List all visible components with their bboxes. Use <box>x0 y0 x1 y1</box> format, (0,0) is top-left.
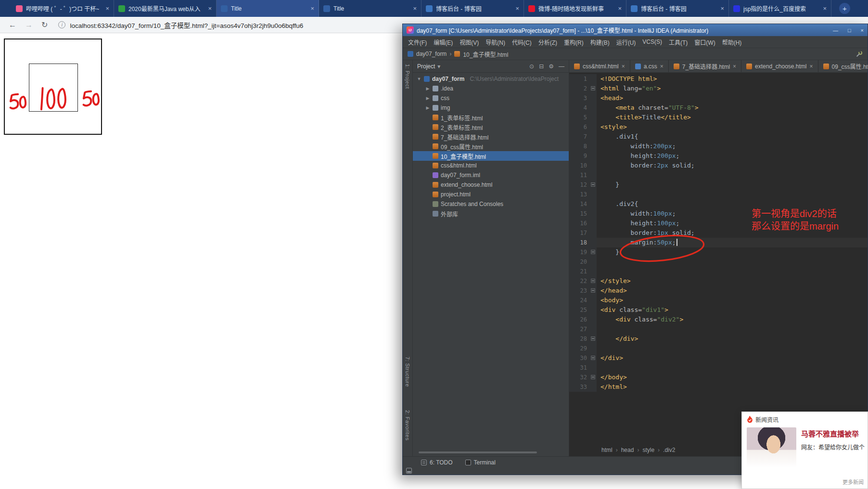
tree-item[interactable]: 2_表单标签.html <box>413 122 569 132</box>
new-tab-button[interactable]: + <box>839 3 850 14</box>
horizontal-scrollbar[interactable] <box>419 451 537 453</box>
code-line[interactable]: 7 .div1{ <box>569 132 868 142</box>
idea-title-bar[interactable]: IJ day07_form [C:\Users\Administrator\Id… <box>403 24 868 36</box>
tab-close-icon[interactable]: × <box>208 5 212 12</box>
code-line[interactable]: 32</body> <box>569 373 868 382</box>
fold-icon[interactable] <box>591 279 595 283</box>
code-line[interactable]: 22</style> <box>569 276 868 286</box>
menu-item[interactable]: 窗口(W) <box>691 38 718 46</box>
menu-item[interactable]: 视图(V) <box>456 38 482 46</box>
code-line[interactable]: 6<style> <box>569 122 868 132</box>
fold-icon[interactable] <box>591 336 595 341</box>
code-line[interactable]: 5 <title>Title</title> <box>569 113 868 122</box>
browser-tab[interactable]: 博客后台 - 博客园× <box>626 0 729 17</box>
code-line[interactable]: 9 height:200px; <box>569 151 868 161</box>
menu-item[interactable]: 导航(N) <box>482 38 509 46</box>
tree-item[interactable]: ▶css <box>413 93 569 103</box>
code-line[interactable]: 2<html lang="en"> <box>569 84 868 93</box>
code-line[interactable]: 30</div> <box>569 353 868 363</box>
menu-item[interactable]: 运行(U) <box>613 38 639 46</box>
browser-tab[interactable]: 哔哩哔哩 ( ゜- ゜)つロ 干杯~× <box>12 0 114 17</box>
code-line[interactable]: 27 <box>569 324 868 334</box>
news-thumbnail[interactable] <box>747 427 796 468</box>
stripe-structure-button[interactable]: 7: Structure <box>405 357 410 387</box>
tab-close-icon[interactable]: × <box>660 63 664 70</box>
code-line[interactable]: 1<!DOCTYPE html> <box>569 74 868 84</box>
tree-item[interactable]: Scratches and Consoles <box>413 199 569 209</box>
tree-item[interactable]: css&html.html <box>413 161 569 170</box>
dropdown-caret-icon[interactable]: ▾ <box>437 63 440 70</box>
editor-tab[interactable]: css&html.html× <box>569 60 630 72</box>
fold-icon[interactable] <box>591 86 595 90</box>
code-line[interactable]: 11 <box>569 170 868 180</box>
menu-item[interactable]: 分析(Z) <box>535 38 561 46</box>
browser-tab[interactable]: 博客后台 - 博客园× <box>421 0 524 17</box>
tab-close-icon[interactable]: × <box>733 63 736 70</box>
tab-close-icon[interactable]: × <box>810 63 813 70</box>
collapse-all-icon[interactable]: ⊟ <box>539 63 544 70</box>
code-line[interactable]: 20 <box>569 257 868 267</box>
hide-panel-icon[interactable]: — <box>559 63 564 70</box>
refresh-button[interactable]: ↻ <box>41 20 48 29</box>
toolwindow-toggle-icon[interactable] <box>406 468 412 474</box>
tab-close-icon[interactable]: × <box>618 5 622 12</box>
breadcrumb-project[interactable]: day07_form <box>416 51 447 57</box>
fold-icon[interactable] <box>591 288 595 293</box>
code-line[interactable]: 25<div class="div1"> <box>569 305 868 315</box>
editor-tab[interactable]: a.css× <box>630 60 669 72</box>
fold-icon[interactable] <box>591 356 595 360</box>
menu-item[interactable]: VCS(S) <box>639 39 665 45</box>
menu-item[interactable]: 文件(F) <box>405 38 430 46</box>
code-line[interactable]: 4 <meta charset="UTF-8"> <box>569 103 868 113</box>
breadcrumb-file[interactable]: 10_盒子模型.html <box>463 50 508 58</box>
url-text[interactable]: localhost:63342/day07_form/10_盒子模型.html?… <box>70 20 303 30</box>
browser-tab[interactable]: 2020最新黑马Java web从入× <box>114 0 217 17</box>
menu-item[interactable]: 工具(T) <box>665 38 691 46</box>
tree-item[interactable]: 09_css属性.html <box>413 142 569 151</box>
editor-tab[interactable]: 09_css属性.html× <box>818 60 868 72</box>
code-line[interactable]: 23</head> <box>569 286 868 296</box>
editor-tab[interactable]: extend_choose.html× <box>741 60 818 72</box>
browser-tab[interactable]: jsp指的是什么_百度搜索× <box>729 0 831 17</box>
tree-item[interactable]: 10_盒子模型.html <box>413 151 569 161</box>
expand-arrow-icon[interactable]: ▶ <box>425 86 430 91</box>
fold-icon[interactable] <box>591 250 595 254</box>
menu-item[interactable]: 帮助(H) <box>719 38 745 46</box>
code-line[interactable]: 21 <box>569 267 868 276</box>
terminal-button[interactable]: Terminal <box>465 459 496 466</box>
wrench-icon[interactable] <box>856 51 863 57</box>
code-line[interactable]: 24<body> <box>569 296 868 305</box>
menu-item[interactable]: 编辑(E) <box>430 38 456 46</box>
menu-item[interactable]: 重构(R) <box>561 38 587 46</box>
collapse-arrow-icon[interactable]: ▼ <box>417 77 421 81</box>
tab-close-icon[interactable]: × <box>720 5 724 12</box>
code-line[interactable]: 13 <box>569 190 868 199</box>
site-info-icon[interactable]: i <box>58 21 65 28</box>
tree-item[interactable]: extend_choose.html <box>413 180 569 190</box>
browser-tab[interactable]: Title× <box>319 0 421 17</box>
tab-close-icon[interactable]: × <box>622 63 625 70</box>
close-button[interactable]: × <box>861 27 864 33</box>
browser-tab[interactable]: Title× <box>217 0 319 17</box>
stripe-favorites-button[interactable]: 2: Favorites <box>405 410 410 440</box>
expand-arrow-icon[interactable]: ▶ <box>425 96 430 101</box>
breadcrumb-item[interactable]: .div2 <box>663 447 675 453</box>
code-line[interactable]: 33</html> <box>569 382 868 392</box>
code-line[interactable]: 8 width:200px; <box>569 142 868 151</box>
editor-tab[interactable]: 7_基础选择器.html× <box>669 60 741 72</box>
breadcrumb-item[interactable]: html <box>601 447 613 453</box>
code-line[interactable]: 10 border:2px solid; <box>569 161 868 170</box>
tree-item[interactable]: 7_基础选择器.html <box>413 132 569 142</box>
tree-item[interactable]: ▶img <box>413 103 569 113</box>
maximize-button[interactable]: □ <box>848 27 851 33</box>
tree-item[interactable]: project.html <box>413 190 569 199</box>
more-news-link[interactable]: 更多新闻 <box>842 478 864 486</box>
tree-item-root[interactable]: ▼ day07_form C:\Users\Administrator\Idea… <box>413 74 569 84</box>
code-editor[interactable]: 1<!DOCTYPE html>2<html lang="en">3<head>… <box>569 73 868 456</box>
tab-close-icon[interactable]: × <box>823 5 827 12</box>
forward-button[interactable]: → <box>25 21 33 29</box>
breadcrumb-item[interactable]: style <box>642 447 654 453</box>
panel-settings-icon[interactable]: ⚙ <box>549 63 554 70</box>
back-button[interactable]: ← <box>9 21 16 29</box>
news-headline-link[interactable]: 马蓉不雅直播被举 <box>801 428 868 438</box>
